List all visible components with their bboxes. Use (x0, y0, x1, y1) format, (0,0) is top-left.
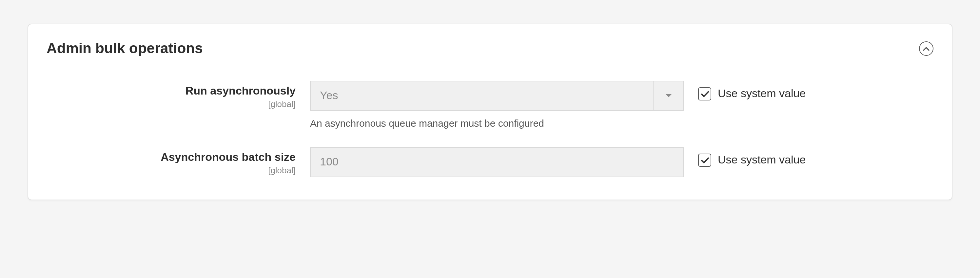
field-control-col: Yes An asynchronous queue manager must b… (310, 81, 684, 129)
admin-bulk-operations-panel: Admin bulk operations Run asynchronously… (27, 24, 953, 200)
run-asynchronously-use-system-label[interactable]: Use system value (718, 87, 806, 101)
asynchronous-batch-size-use-system-checkbox[interactable] (698, 153, 711, 167)
run-asynchronously-use-system-checkbox[interactable] (698, 87, 711, 101)
field-label-col: Asynchronous batch size [global] (46, 147, 296, 176)
run-asynchronously-select-value: Yes (311, 81, 653, 110)
chevron-up-icon (923, 46, 929, 51)
field-row-asynchronous-batch-size: Asynchronous batch size [global] Use sys… (46, 147, 934, 177)
use-system-value-group: Use system value (698, 147, 869, 167)
asynchronous-batch-size-input (310, 147, 684, 177)
use-system-value-group: Use system value (698, 81, 869, 101)
field-label-col: Run asynchronously [global] (46, 81, 296, 109)
field-control-col (310, 147, 684, 177)
asynchronous-batch-size-use-system-label[interactable]: Use system value (718, 153, 806, 167)
chevron-down-icon (653, 81, 683, 110)
run-asynchronously-select: Yes (310, 81, 684, 111)
run-asynchronously-scope: [global] (46, 99, 296, 109)
panel-title: Admin bulk operations (46, 40, 203, 57)
asynchronous-batch-size-label: Asynchronous batch size (46, 151, 296, 165)
asynchronous-batch-size-scope: [global] (46, 166, 296, 176)
check-icon (700, 157, 709, 164)
run-asynchronously-note: An asynchronous queue manager must be co… (310, 118, 684, 129)
collapse-toggle-button[interactable] (919, 42, 934, 56)
panel-header: Admin bulk operations (46, 40, 934, 57)
run-asynchronously-label: Run asynchronously (46, 85, 296, 98)
field-row-run-asynchronously: Run asynchronously [global] Yes An async… (46, 81, 934, 129)
check-icon (700, 90, 709, 97)
